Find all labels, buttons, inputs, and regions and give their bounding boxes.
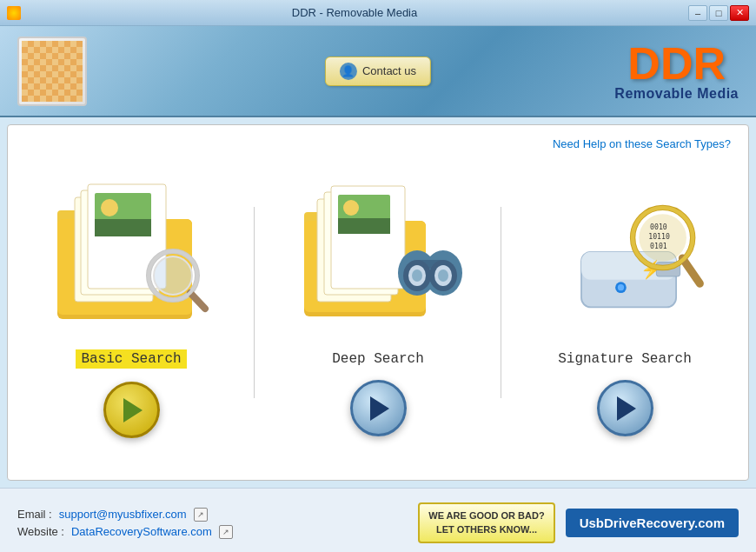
feedback-line2: LET OTHERS KNOW... (428, 523, 544, 536)
logo (17, 37, 87, 106)
window-controls: – □ ✕ (688, 5, 749, 21)
website-link[interactable]: DataRecoverySoftware.com (71, 525, 212, 538)
svg-rect-20 (338, 218, 390, 234)
close-button[interactable]: ✕ (730, 5, 749, 21)
website-label: Website : (17, 525, 64, 538)
footer-right: WE ARE GOOD OR BAD? LET OTHERS KNOW... U… (418, 502, 739, 543)
usb-badge: UsbDriveRecovery.com (566, 509, 739, 537)
signature-search-option: ⚡ 0010 10110 0101 Signature Search (501, 143, 748, 462)
svg-point-21 (343, 200, 359, 216)
external-link-icon-2[interactable]: ↗ (219, 525, 233, 539)
person-icon: 👤 (340, 63, 357, 80)
basic-search-icon (44, 167, 218, 341)
svg-line-11 (190, 293, 205, 309)
feedback-line1: WE ARE GOOD OR BAD? (428, 509, 544, 522)
website-row: Website : DataRecoverySoftware.com ↗ (17, 525, 233, 539)
svg-text:0010: 0010 (650, 223, 667, 231)
external-link-icon[interactable]: ↗ (194, 508, 208, 522)
restore-button[interactable]: □ (709, 5, 728, 21)
footer: Email : support@myusbfixer.com ↗ Website… (0, 488, 756, 552)
brand: DDR Removable Media (614, 41, 739, 102)
svg-text:10110: 10110 (648, 232, 670, 241)
email-row: Email : support@myusbfixer.com ↗ (17, 508, 233, 522)
email-link[interactable]: support@myusbfixer.com (59, 508, 187, 521)
search-options: Basic Search (8, 125, 748, 480)
brand-sub: Removable Media (614, 86, 739, 102)
header: 👤 Contact us DDR Removable Media (0, 26, 756, 117)
signature-search-label: Signature Search (558, 351, 692, 367)
footer-links: Email : support@myusbfixer.com ↗ Website… (17, 508, 233, 539)
deep-search-play-button[interactable] (350, 380, 407, 436)
checkerboard-icon (22, 41, 83, 102)
deep-search-label: Deep Search (332, 351, 424, 367)
deep-search-option: Deep Search (255, 143, 501, 462)
svg-point-8 (101, 199, 118, 216)
svg-point-30 (438, 269, 448, 282)
email-label: Email : (17, 508, 52, 521)
svg-point-35 (618, 284, 624, 290)
play-icon (370, 396, 389, 421)
svg-line-42 (682, 258, 700, 283)
main-content: Need Help on these Search Types? (7, 124, 749, 481)
play-icon (617, 396, 636, 421)
signature-search-icon: ⚡ 0010 10110 0101 (538, 169, 712, 343)
feedback-button[interactable]: WE ARE GOOD OR BAD? LET OTHERS KNOW... (418, 502, 554, 543)
svg-point-10 (154, 256, 192, 295)
titlebar: DDR - Removable Media – □ ✕ (0, 0, 756, 26)
svg-point-29 (412, 269, 422, 282)
brand-ddr: DDR (614, 41, 739, 86)
minimize-button[interactable]: – (688, 5, 707, 21)
svg-text:0101: 0101 (650, 242, 667, 250)
basic-search-option: Basic Search (8, 143, 255, 462)
basic-search-play-button[interactable] (103, 382, 160, 438)
signature-search-play-button[interactable] (597, 380, 653, 436)
svg-rect-7 (95, 219, 151, 236)
contact-button[interactable]: 👤 Contact us (325, 57, 431, 86)
contact-label: Contact us (362, 64, 416, 77)
play-icon (123, 398, 143, 422)
window-title: DDR - Removable Media (21, 6, 688, 19)
deep-search-icon (291, 169, 465, 343)
basic-search-label: Basic Search (76, 349, 186, 369)
app-icon (7, 6, 21, 20)
